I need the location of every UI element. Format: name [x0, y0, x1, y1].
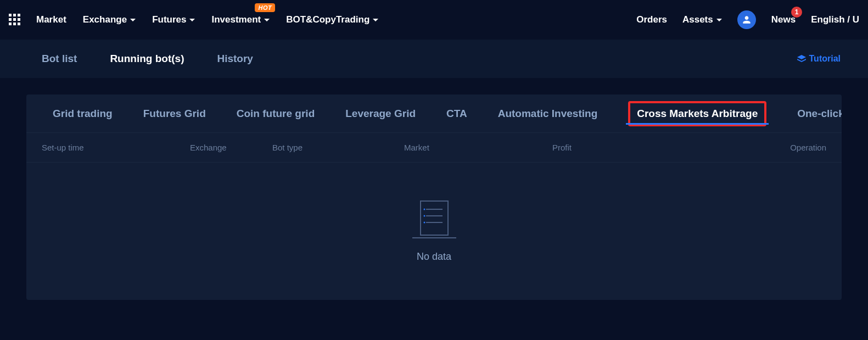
- bot-type-tabs: Grid trading Futures Grid Coin future gr…: [26, 94, 842, 133]
- sub-navbar: Bot list Running bot(s) History Tutorial: [0, 40, 868, 78]
- col-bot-type: Bot type: [272, 143, 404, 152]
- nav-market[interactable]: Market: [36, 14, 66, 25]
- chevron-down-icon: [264, 19, 270, 21]
- empty-state: No data: [26, 163, 842, 300]
- nav-orders[interactable]: Orders: [636, 14, 667, 25]
- col-exchange: Exchange: [190, 143, 272, 152]
- nav-right-group: Orders Assets News 1 English / U: [636, 10, 859, 29]
- chevron-down-icon: [716, 19, 722, 21]
- nav-label: BOT&CopyTrading: [286, 14, 369, 25]
- col-market: Market: [404, 143, 552, 152]
- nav-assets[interactable]: Assets: [682, 14, 722, 25]
- user-icon: [741, 14, 752, 25]
- nav-futures[interactable]: Futures: [152, 14, 195, 25]
- chevron-down-icon: [189, 19, 195, 21]
- bot-tab-grid-trading[interactable]: Grid trading: [53, 94, 113, 133]
- nav-news[interactable]: News 1: [771, 14, 796, 25]
- nav-exchange[interactable]: Exchange: [83, 14, 136, 25]
- nav-left-group: Market Exchange Futures HOT Investment B…: [36, 14, 378, 25]
- top-navbar: Market Exchange Futures HOT Investment B…: [0, 0, 868, 40]
- nav-language[interactable]: English / U: [811, 14, 859, 25]
- tab-bot-list[interactable]: Bot list: [42, 53, 77, 65]
- nav-label: Futures: [152, 14, 186, 25]
- nav-label: News: [771, 14, 796, 25]
- notification-badge: 1: [791, 7, 802, 18]
- hot-badge: HOT: [255, 3, 275, 12]
- avatar[interactable]: [737, 10, 756, 29]
- col-setup-time: Set-up time: [42, 143, 190, 152]
- main-panel: Grid trading Futures Grid Coin future gr…: [26, 94, 842, 300]
- chevron-down-icon: [373, 19, 378, 21]
- bot-tab-cta[interactable]: CTA: [446, 94, 467, 133]
- layers-icon: [797, 55, 806, 63]
- chevron-down-icon: [130, 19, 136, 21]
- nav-label: Market: [36, 14, 66, 25]
- nav-label: Orders: [636, 14, 667, 25]
- tab-history[interactable]: History: [217, 53, 253, 65]
- empty-text: No data: [417, 251, 451, 263]
- bot-tab-one-click[interactable]: One-click: [797, 94, 842, 133]
- apps-grid-icon[interactable]: [9, 14, 21, 26]
- bot-tab-leverage-grid[interactable]: Leverage Grid: [345, 94, 416, 133]
- nav-bot-copytrading[interactable]: BOT&CopyTrading: [286, 14, 378, 25]
- svg-point-4: [423, 208, 425, 210]
- col-profit: Profit: [552, 143, 717, 152]
- bot-tab-futures-grid[interactable]: Futures Grid: [143, 94, 206, 133]
- nav-label: Investment: [211, 14, 261, 25]
- bot-tab-automatic-investing[interactable]: Automatic Investing: [498, 94, 598, 133]
- tutorial-label: Tutorial: [809, 54, 841, 64]
- table-header-row: Set-up time Exchange Bot type Market Pro…: [26, 133, 842, 163]
- svg-point-5: [423, 215, 425, 216]
- no-data-icon: [412, 200, 457, 239]
- nav-label: Assets: [682, 14, 713, 25]
- svg-point-6: [423, 221, 425, 223]
- tutorial-link[interactable]: Tutorial: [797, 54, 841, 64]
- col-operation: Operation: [790, 143, 826, 152]
- nav-label: English / U: [811, 14, 859, 25]
- nav-investment[interactable]: HOT Investment: [211, 14, 270, 25]
- bot-tab-coin-future-grid[interactable]: Coin future grid: [237, 94, 315, 133]
- tab-running-bots[interactable]: Running bot(s): [110, 53, 184, 65]
- nav-label: Exchange: [83, 14, 127, 25]
- bot-tab-cross-markets-arbitrage[interactable]: Cross Markets Arbitrage: [628, 101, 766, 126]
- svg-rect-0: [421, 201, 448, 235]
